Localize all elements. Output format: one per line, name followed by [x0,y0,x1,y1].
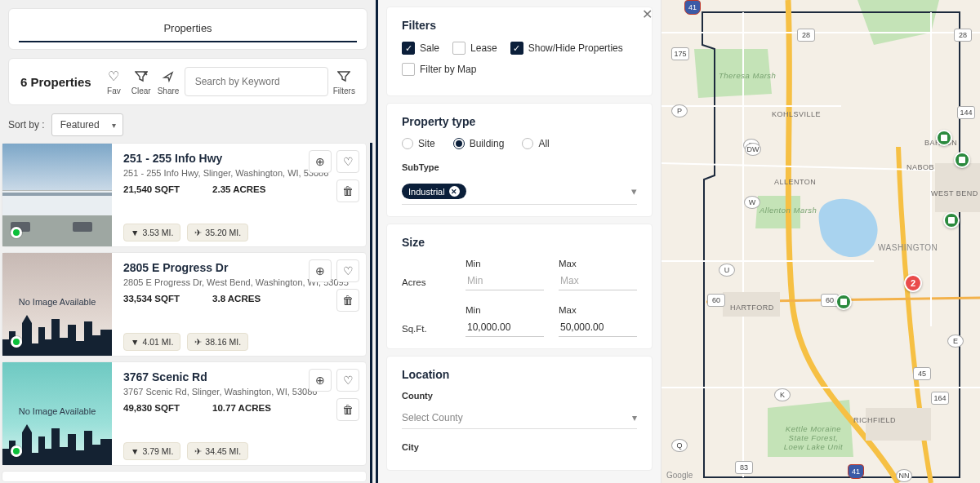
map-credit: Google [666,471,693,480]
radio-building[interactable]: Building [453,138,505,149]
chevron-down-icon: ▾ [632,412,637,423]
county-select[interactable]: Select County ▾ [402,407,637,429]
route-shield-icon: 83 [735,461,753,474]
status-dot-icon [11,227,22,238]
favorite-button[interactable]: ♡ [336,259,359,282]
interstate-shield-icon: 41 [848,464,864,479]
sqft-max-input[interactable] [559,318,637,337]
shield-icon: ▼ [131,228,139,237]
plane-icon: ✈ [194,228,202,237]
route-shield-icon: 45 [913,367,931,380]
heart-icon: ♡ [343,374,354,387]
filters-section: Filters Sale Lease Show/Hide Properties … [386,7,653,96]
zoom-button[interactable]: ⊕ [309,259,332,282]
property-card[interactable]: No Image Available ⊕ ♡ 🗑 3767 Scenic Rd … [2,361,367,466]
route-shield-icon: 28 [954,29,972,42]
chevron-down-icon: ▾ [631,185,637,197]
route-shield-icon: E [947,335,964,348]
map-label: WEST BEND [931,189,978,197]
map[interactable]: KOHLSVILLE BARTON NABOB ALLENTON WEST BE… [662,0,980,483]
sort-select[interactable]: Featured [51,113,123,136]
sqft-label: Sq.Ft. [402,324,451,337]
map-cluster-pin[interactable]: 2 [904,274,922,292]
map-canvas [662,0,980,483]
checkbox-icon [452,42,466,55]
svg-rect-17 [935,163,980,212]
property-card[interactable]: No Image Available ⊕ ♡ 🗑 2805 E Progress… [2,252,367,357]
favorite-button[interactable]: ♡ [336,150,359,173]
radio-site[interactable]: Site [402,138,435,149]
share-button[interactable]: Share [157,69,179,95]
svg-rect-18 [866,408,931,441]
min-label: Min [466,305,544,315]
checkbox-lease[interactable]: Lease [452,42,497,55]
acres-min-input[interactable] [466,272,544,290]
map-label: Kettle Moraine State Forest, Loew Lake U… [781,424,846,451]
distance-badge: ✈35.20 MI. [187,224,248,242]
route-shield-icon: 144 [957,106,975,119]
radio-all[interactable]: All [522,138,549,149]
map-pin-icon[interactable] [954,152,970,168]
status-dot-icon [11,336,22,348]
route-shield-icon: 164 [931,392,949,405]
property-count: 6 Properties [20,75,91,89]
map-pin-icon[interactable] [943,212,960,228]
status-dot-icon [11,445,22,457]
distance-badge: ▼4.01 MI. [123,333,180,351]
shield-icon: ▼ [131,337,139,347]
checkbox-sale[interactable]: Sale [402,42,439,55]
sqft-min-input[interactable] [466,318,544,337]
heart-icon: ♡ [108,69,119,85]
checkbox-icon [510,42,523,55]
funnel-icon [337,69,350,85]
property-card[interactable] [2,471,367,482]
route-shield-icon: U [719,264,735,277]
magnify-plus-icon: ⊕ [315,155,325,168]
zoom-button[interactable]: ⊕ [309,369,332,392]
tab-properties[interactable]: Properties [19,16,357,42]
delete-button[interactable]: 🗑 [336,398,359,421]
map-label: ALLENTON [774,178,816,186]
clear-button[interactable]: Clear [130,69,152,95]
chip-remove-icon[interactable]: ✕ [449,186,460,197]
size-section: Size Acres Min Max Sq.Ft. Min Max [386,224,653,349]
search-input[interactable] [185,67,328,96]
property-type-heading: Property type [402,115,637,128]
listing-toolbar: 6 Properties ♡ Fav Clear Share [8,58,368,105]
fav-button[interactable]: ♡ Fav [103,69,125,95]
route-shield-icon: P [671,104,688,117]
sort-row: Sort by : Featured [0,113,376,143]
delete-button[interactable]: 🗑 [336,289,359,312]
radio-icon [522,138,533,149]
checkbox-showhide[interactable]: Show/Hide Properties [510,42,623,55]
map-label: NABOB [906,163,934,171]
map-label: HARTFORD [730,304,774,312]
distance-badge: ▼3.53 MI. [123,224,180,242]
property-sqft: 33,534 SQFT [123,294,180,304]
map-label: Theresa Marsh [719,71,776,80]
map-label: Allenton Marsh [760,206,817,215]
route-shield-icon: NN [896,469,912,482]
svg-rect-3 [2,193,112,196]
tabs-bar: Properties [8,8,368,50]
acres-label: Acres [402,277,451,290]
filters-panel: ✕ Filters Sale Lease Show/Hide Propertie… [376,0,662,483]
subtype-select[interactable]: Industrial ✕ ▾ [402,179,637,205]
map-pin-icon[interactable] [936,130,952,146]
radio-icon [453,138,465,149]
close-filters-button[interactable]: ✕ [642,7,653,22]
share-icon [162,69,175,85]
property-card[interactable]: ⊕ ♡ 🗑 251 - 255 Info Hwy 251 - 255 Info … [2,143,367,247]
listing-panel: Properties 6 Properties ♡ Fav Clear Shar… [0,0,376,483]
checkbox-filter-by-map[interactable]: Filter by Map [402,63,476,76]
delete-button[interactable]: 🗑 [336,179,359,202]
zoom-button[interactable]: ⊕ [309,150,332,173]
distance-badge: ▼3.79 MI. [123,442,180,460]
acres-max-input[interactable] [559,272,637,290]
funnel-x-icon [135,69,148,85]
map-pin-icon[interactable] [835,294,852,310]
filters-toggle-button[interactable]: Filters [333,69,355,95]
property-list[interactable]: ⊕ ♡ 🗑 251 - 255 Info Hwy 251 - 255 Info … [0,143,372,483]
favorite-button[interactable]: ♡ [336,369,359,392]
checkbox-icon [402,63,415,76]
